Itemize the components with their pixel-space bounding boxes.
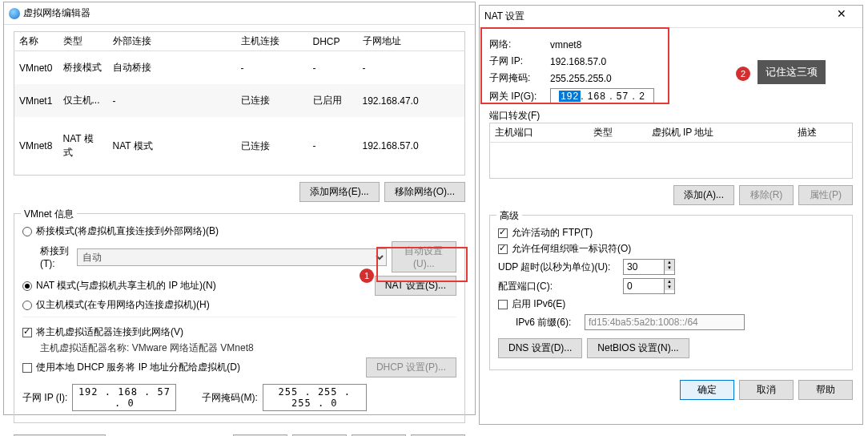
- chk-ftp[interactable]: 允许活动的 FTP(T): [498, 226, 844, 240]
- add-network-button[interactable]: 添加网络(E)...: [299, 182, 380, 202]
- annotation-box-1: [376, 247, 468, 282]
- config-port-input[interactable]: ▲▼: [623, 278, 675, 294]
- table-row[interactable]: VMnet0桥接模式自动桥接---: [14, 51, 465, 85]
- col-host[interactable]: 主机连接: [236, 32, 308, 51]
- nat-cancel-button[interactable]: 取消: [739, 380, 794, 400]
- bridge-to-label: 桥接到(T):: [40, 244, 72, 269]
- col-ext[interactable]: 外部连接: [108, 32, 236, 51]
- vmnet-info-label: VMnet 信息: [21, 208, 77, 221]
- annotation-box-2: [480, 27, 669, 104]
- subnet-mask-label: 子网掩码(M):: [202, 391, 257, 405]
- vmware-icon: [9, 8, 20, 19]
- udp-timeout-label: UDP 超时(以秒为单位)(U):: [498, 260, 618, 274]
- titlebar-left: 虚拟网络编辑器: [4, 2, 475, 25]
- pf-add-button[interactable]: 添加(A)...: [673, 185, 734, 205]
- subnet-ip-input[interactable]: 192 . 168 . 57 . 0: [72, 384, 176, 411]
- annotation-tooltip: 记住这三项: [757, 60, 826, 84]
- radio-bridge[interactable]: 桥接模式(将虚拟机直接连接到外部网络)(B): [22, 224, 456, 238]
- chk-dhcp[interactable]: 使用本地 DHCP 服务将 IP 地址分配给虚拟机(D) DHCP 设置(P).…: [22, 357, 456, 377]
- udp-timeout-input[interactable]: ▲▼: [623, 259, 675, 275]
- config-port-label: 配置端口(C):: [498, 280, 618, 293]
- col-name[interactable]: 名称: [14, 32, 58, 51]
- chk-ipv6[interactable]: 启用 IPv6(E): [498, 297, 844, 311]
- close-icon[interactable]: ✕: [826, 7, 858, 26]
- netbios-settings-button[interactable]: NetBIOS 设置(N)...: [587, 338, 689, 358]
- nat-window-title: NAT 设置: [484, 10, 826, 23]
- ipv6-prefix-label: IPv6 前缀(6):: [516, 316, 580, 329]
- annotation-badge-2: 2: [736, 67, 750, 81]
- subnet-ip-label: 子网 IP (I):: [22, 391, 67, 405]
- bridge-to-select: 自动: [77, 248, 386, 266]
- ipv6-prefix-input: [585, 314, 745, 330]
- pf-remove-button: 移除(R): [739, 185, 794, 205]
- titlebar-right: NAT 设置 ✕: [480, 6, 862, 28]
- nat-help-button[interactable]: 帮助: [798, 380, 853, 400]
- dhcp-set-button: DHCP 设置(P)...: [366, 357, 456, 377]
- table-row[interactable]: VMnet8NAT 模式NAT 模式已连接-192.168.57.0: [14, 117, 465, 175]
- nat-ok-button[interactable]: 确定: [680, 380, 734, 400]
- port-forward-label: 端口转发(F): [489, 109, 853, 123]
- advanced-label: 高级: [496, 209, 522, 223]
- vmnet-table[interactable]: 名称 类型 外部连接 主机连接 DHCP 子网地址 VMnet0桥接模式自动桥接…: [14, 31, 465, 176]
- table-row[interactable]: VMnet1仅主机...-已连接已启用192.168.47.0: [14, 84, 465, 117]
- port-forward-table[interactable]: 主机端口 类型 虚拟机 IP 地址 描述: [489, 123, 853, 179]
- col-type[interactable]: 类型: [58, 32, 108, 51]
- chk-org[interactable]: 允许任何组织唯一标识符(O): [498, 242, 844, 256]
- col-dhcp[interactable]: DHCP: [308, 32, 358, 51]
- pf-props-button: 属性(P): [798, 185, 853, 205]
- remove-network-button[interactable]: 移除网络(O)...: [384, 182, 465, 202]
- subnet-mask-input[interactable]: 255 . 255 . 255 . 0: [263, 384, 367, 411]
- adapter-name: 主机虚拟适配器名称: VMware 网络适配器 VMnet8: [40, 341, 456, 355]
- chk-adapter[interactable]: 将主机虚拟适配器连接到此网络(V): [22, 325, 456, 339]
- window-title: 虚拟网络编辑器: [23, 6, 470, 20]
- annotation-badge-1: 1: [360, 268, 374, 283]
- col-sub[interactable]: 子网地址: [358, 32, 465, 51]
- radio-hostonly[interactable]: 仅主机模式(在专用网络内连接虚拟机)(H): [22, 298, 456, 312]
- dns-settings-button[interactable]: DNS 设置(D)...: [498, 338, 582, 358]
